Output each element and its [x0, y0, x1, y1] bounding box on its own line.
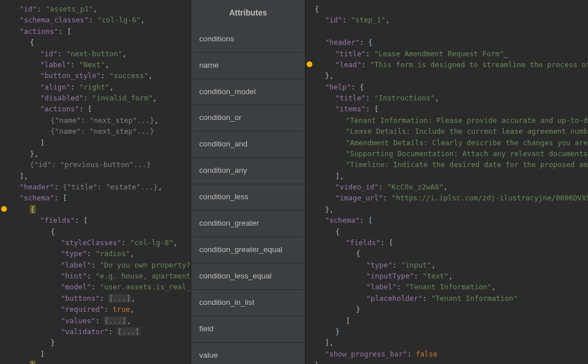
code-line: { — [315, 226, 586, 237]
code-line: "Lease Details: Include the current leas… — [315, 126, 586, 137]
code-line: "align": "right", — [9, 82, 188, 92]
code-line: "header": {"title": "estate"...}, — [9, 181, 188, 192]
attr-item-conditions[interactable]: conditions — [191, 26, 305, 53]
code-line: "label": "Tenant Information", — [315, 281, 586, 292]
code-line: }, — [315, 70, 586, 81]
code-line: { — [9, 204, 188, 215]
attr-item-condition-and[interactable]: condition_and — [191, 131, 305, 158]
code-line: "video_id": "KcC0x_z2wA8", — [315, 181, 586, 192]
code-line: "fields": [ — [315, 237, 586, 248]
code-line: "help": { — [315, 82, 586, 92]
code-line: }, — [9, 148, 188, 159]
code-line: "Timeline: Indicate the desired date for… — [315, 159, 586, 170]
code-line: "title": "Instructions", — [315, 92, 586, 103]
right-code-pane[interactable]: { "id": "step_1", "header": { "title": "… — [305, 0, 588, 364]
code-line: "button_style": "success", — [9, 70, 188, 81]
code-line: "lead": "This form is designed to stream… — [315, 59, 586, 70]
code-line: { — [315, 3, 586, 14]
code-line: "actions": [ — [9, 26, 188, 37]
attr-item-condition-model[interactable]: condition_model — [191, 79, 305, 106]
code-line: ], — [315, 171, 586, 181]
code-line: "hint": "e.g. house, apartment, plot", — [9, 270, 188, 281]
code-line: } — [315, 359, 586, 364]
attr-item-condition-less[interactable]: condition_less — [191, 184, 305, 211]
code-line: "inputType": "text", — [315, 270, 586, 281]
code-line: "type": "input", — [315, 260, 586, 270]
code-line: "buttons": [...], — [9, 293, 188, 304]
code-line: "validator": [...] — [9, 326, 188, 337]
code-line: ], — [315, 337, 586, 348]
code-line: } — [315, 326, 586, 337]
code-line: "title": "Lease Amendment Request Form"_ — [315, 48, 586, 59]
code-line: ] — [9, 348, 188, 359]
attr-item-condition-less-equal[interactable]: condition_less_equal — [191, 264, 305, 290]
code-line — [315, 26, 586, 37]
code-line: ] — [9, 137, 188, 148]
code-line: } — [9, 359, 188, 364]
attributes-panel: Attributes conditions name condition_mod… — [191, 0, 305, 364]
code-line: "model": "user.assets.is_real_estates", — [9, 281, 188, 292]
code-line: { — [9, 37, 188, 48]
code-line: "fields": [ — [9, 215, 188, 226]
code-line: "required": true, — [9, 304, 188, 315]
code-line: {"name": "next_step"...}, — [9, 115, 188, 126]
code-line: "id": "assets_p1", — [9, 3, 188, 14]
code-line: "type": "radios", — [9, 248, 188, 259]
attr-item-field[interactable]: field — [191, 316, 305, 343]
code-line: "items": [ — [315, 103, 586, 114]
attr-item-condition-greater-equal[interactable]: condition_greater_equal — [191, 237, 305, 264]
code-line: "id": "next-button", — [9, 48, 188, 59]
code-line: "Supporting Documentation: Attach any re… — [315, 148, 586, 159]
code-line: } — [315, 304, 586, 315]
attr-item-condition-in-list[interactable]: condition_in_list — [191, 290, 305, 316]
code-line: "schema": [ — [9, 192, 188, 203]
code-line: "header": { — [315, 37, 586, 48]
code-line: {"id": "previous-button"...} — [9, 159, 188, 170]
code-line: "values": [...], — [9, 315, 188, 326]
code-line: ], — [9, 171, 188, 181]
left-code-pane[interactable]: "id": "assets_p1", "schema_classes": "co… — [0, 0, 191, 364]
code-line: "label": "Next", — [9, 59, 188, 70]
attr-item-value[interactable]: value — [191, 343, 305, 364]
code-line: "image_url": "https://i.iplsc.com/zdj-il… — [315, 192, 586, 203]
code-line: "disabled": "invalid_form", — [9, 92, 188, 103]
code-line: { — [9, 226, 188, 237]
code-line: "id": "step_1", — [315, 14, 586, 25]
code-line: "placeholder": "Tenant Information" — [315, 293, 586, 304]
code-line: "styleClasses": "col-lg-8", — [9, 237, 188, 248]
attr-item-name[interactable]: name — [191, 53, 305, 79]
code-line: }, — [315, 204, 586, 215]
code-line: "schema": [ — [315, 215, 586, 226]
attributes-header: Attributes — [191, 0, 305, 26]
code-line: { — [315, 248, 586, 259]
code-line: "schema_classes": "col-lg-6", — [9, 14, 188, 25]
attr-item-condition-greater[interactable]: condition_greater — [191, 211, 305, 237]
code-line: "label": "Do you own property?", — [9, 260, 188, 270]
code-line: } — [9, 337, 188, 348]
code-line: "show_progress_bar": false — [315, 348, 586, 359]
code-line: {"name": "next_step"...} — [9, 126, 188, 137]
code-line: ] — [315, 315, 586, 326]
attr-item-condition-any[interactable]: condition_any — [191, 158, 305, 184]
code-line: "Tenant Information: Please provide accu… — [315, 115, 586, 126]
code-line: "Amendment Details: Clearly describe the… — [315, 137, 586, 148]
code-line: "actions": [ — [9, 103, 188, 114]
attr-item-condition-or[interactable]: condition_or — [191, 105, 305, 131]
